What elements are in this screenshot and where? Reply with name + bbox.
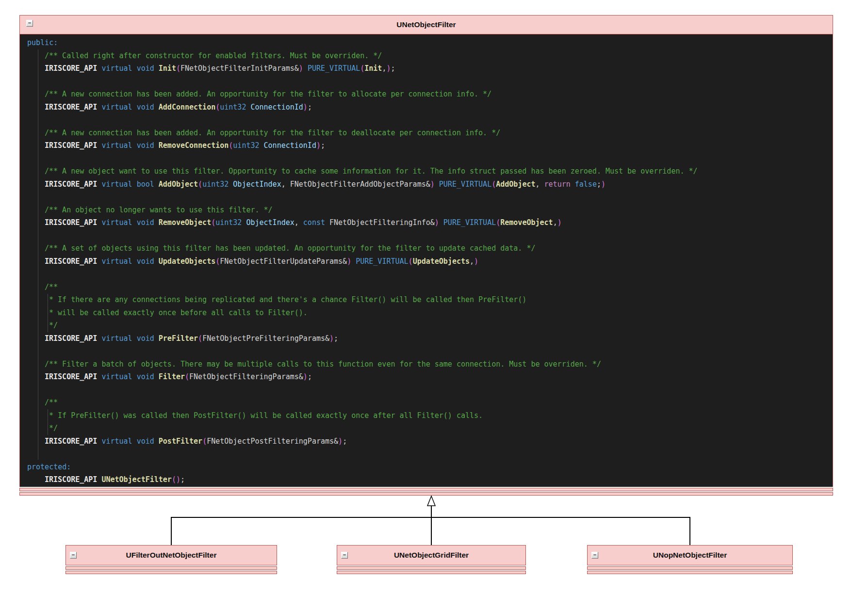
code-line: [27, 191, 830, 204]
code-line: * will be called exactly once before all…: [27, 306, 830, 320]
collapse-icon[interactable]: −: [341, 552, 348, 559]
code-token: void: [137, 218, 159, 227]
methods-compartment: [337, 571, 526, 574]
code-token: /** A new connection has been added. An …: [45, 128, 500, 137]
code-token: void: [137, 257, 159, 266]
code-token: virtual: [101, 257, 136, 266]
code-token: protected:: [27, 463, 71, 471]
code-token: virtual: [101, 372, 136, 381]
class-header[interactable]: − UNetObjectGridFilter: [337, 545, 526, 565]
code-token: AddObject: [159, 180, 198, 189]
collapse-icon[interactable]: −: [591, 552, 598, 559]
code-token: IRISCORE_API: [45, 64, 101, 73]
code-token: ): [329, 334, 334, 343]
code-token: ;: [308, 103, 312, 112]
code-token: IRISCORE_API: [45, 437, 101, 446]
code-token: (: [409, 257, 413, 266]
code-token: UNetObjectFilter: [101, 475, 172, 484]
class-header[interactable]: − UFilterOutNetObjectFilter: [66, 545, 277, 565]
code-token: PURE_VIRTUAL: [439, 180, 491, 189]
class-box-ufilteroutnetobjectfilter[interactable]: − UFilterOutNetObjectFilter: [66, 545, 277, 574]
code-token: ): [347, 257, 351, 266]
code-line: [27, 268, 830, 281]
attributes-compartment: [19, 488, 833, 491]
code-token: PURE_VIRTUAL: [356, 257, 408, 266]
code-token: UpdateObjects: [159, 257, 215, 266]
code-token: Filter: [159, 372, 185, 381]
code-token: uint32: [215, 218, 246, 227]
code-line: [27, 152, 830, 165]
code-token: FNetObjectFilterAddObjectParams&: [290, 180, 430, 189]
code-token: void: [137, 103, 159, 112]
collapse-icon[interactable]: −: [70, 552, 77, 559]
code-line: /**: [27, 396, 830, 409]
code-line: IRISCORE_API UNetObjectFilter();: [27, 473, 830, 486]
code-line: IRISCORE_API virtual void RemoveObject(u…: [27, 216, 830, 229]
code-token: /**: [45, 283, 58, 291]
code-token: uint32: [233, 141, 263, 150]
code-token: ): [303, 372, 308, 381]
code-token: virtual: [101, 218, 136, 227]
code-token: (: [215, 103, 220, 112]
code-token: FNetObjectFilteringInfo&: [329, 218, 435, 227]
methods-compartment: [19, 492, 833, 496]
code-token: IRISCORE_API: [45, 372, 101, 381]
class-header[interactable]: − UNopNetObjectFilter: [587, 545, 793, 565]
code-token: AddObject: [496, 180, 535, 189]
code-token: ,: [470, 257, 474, 266]
code-token: virtual: [101, 141, 136, 150]
code-token: ObjectIndex: [246, 218, 294, 227]
code-token: Init: [159, 64, 176, 73]
code-token: (: [185, 372, 189, 381]
code-line: /** Called right after constructor for e…: [27, 49, 830, 63]
code-line: /** An object no longer wants to use thi…: [27, 204, 830, 217]
code-token: FNetObjectPreFilteringParams&: [202, 334, 329, 343]
code-token: ): [176, 475, 180, 484]
code-line: * If PreFilter() was called then PostFil…: [27, 409, 830, 422]
code-token: void: [137, 141, 159, 150]
code-token: (: [491, 180, 496, 189]
code-token: (: [360, 64, 364, 73]
code-token: (: [496, 218, 500, 227]
code-line: /** A set of objects using this filter h…: [27, 242, 830, 255]
class-box-unetobjectgridfilter[interactable]: − UNetObjectGridFilter: [337, 545, 526, 574]
code-token: ;: [334, 334, 338, 343]
code-line: /** A new object want to use this filter…: [27, 165, 830, 178]
code-line: [27, 448, 830, 461]
code-line: */: [27, 422, 830, 435]
code-token: */: [45, 424, 58, 433]
code-token: FNetObjectFilteringParams&: [189, 372, 303, 381]
code-area: public:/** Called right after constructo…: [19, 34, 833, 487]
inheritance-arrowhead: [427, 496, 435, 506]
class-box-unetobjectfilter[interactable]: − UNetObjectFilter public:/** Called rig…: [19, 15, 833, 496]
code-line: IRISCORE_API virtual void PreFilter(FNet…: [27, 332, 830, 345]
code-token: /** Called right after constructor for e…: [45, 51, 382, 60]
code-token: AddConnection: [159, 103, 215, 112]
code-token: /** A new connection has been added. An …: [45, 90, 491, 98]
code-line: [27, 75, 830, 88]
code-token: ,: [295, 218, 303, 227]
code-line: protected:: [27, 461, 830, 474]
class-title: UNetObjectGridFilter: [394, 551, 469, 560]
code-token: ,: [281, 180, 290, 189]
code-token: PreFilter: [159, 334, 198, 343]
code-line: IRISCORE_API virtual void PostFilter(FNe…: [27, 435, 830, 448]
code-token: void: [137, 64, 159, 73]
code-token: (: [215, 257, 220, 266]
code-token: [303, 64, 308, 73]
code-token: IRISCORE_API: [45, 334, 101, 343]
collapse-icon[interactable]: −: [26, 20, 33, 27]
code-token: virtual: [101, 334, 136, 343]
class-box-unopnetobjectfilter[interactable]: − UNopNetObjectFilter: [587, 545, 793, 574]
code-token: ): [299, 64, 303, 73]
code-line: public:: [27, 36, 830, 49]
class-header[interactable]: − UNetObjectFilter: [19, 15, 833, 34]
code-line: IRISCORE_API virtual void Filter(FNetObj…: [27, 370, 830, 384]
methods-compartment: [587, 571, 793, 574]
code-token: void: [137, 334, 159, 343]
code-line: /** Filter a batch of objects. There may…: [27, 358, 830, 371]
code-token: (: [229, 141, 233, 150]
code-token: (: [211, 218, 215, 227]
class-diagram-page: − UNetObjectFilter public:/** Called rig…: [0, 0, 868, 594]
code-token: ,: [535, 180, 544, 189]
